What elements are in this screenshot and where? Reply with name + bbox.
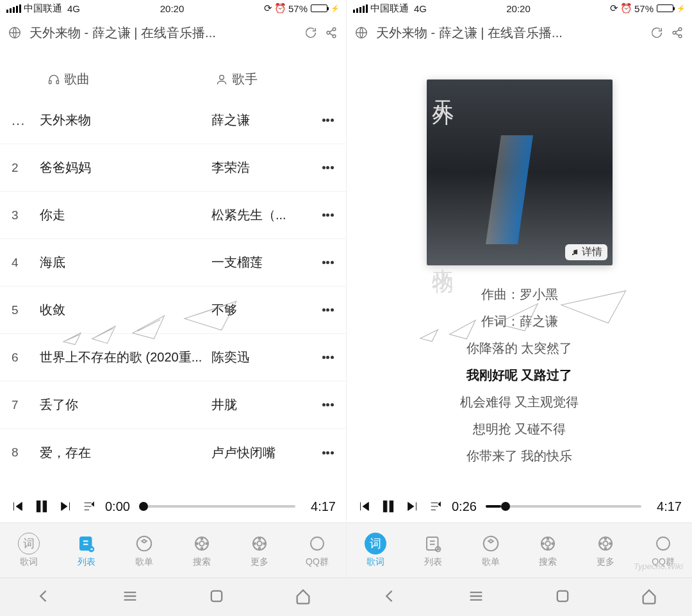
- song-index: 2: [12, 161, 40, 175]
- tab-lyrics[interactable]: 词歌词: [347, 523, 404, 578]
- svg-point-2: [327, 31, 330, 35]
- svg-point-29: [575, 253, 577, 254]
- status-bar: 中国联通 4G 20:20 ⟳ ⏰ 57% ⚡: [0, 0, 346, 17]
- tab-lyrics[interactable]: 词歌词: [0, 523, 58, 578]
- back-button[interactable]: [35, 587, 53, 608]
- song-row[interactable]: 4海底一支榴莲: [0, 239, 346, 287]
- lyrics-panel[interactable]: 作曲：罗小黑作词：薛之谦你降落的 太突然了我刚好呢 又路过了机会难得 又主观觉得…: [347, 265, 692, 469]
- svg-point-45: [600, 543, 602, 545]
- svg-point-43: [605, 538, 607, 540]
- svg-point-26: [673, 31, 676, 35]
- svg-point-22: [254, 543, 256, 545]
- svg-point-14: [201, 538, 203, 540]
- song-more-button[interactable]: [322, 307, 334, 313]
- back-button-2[interactable]: [381, 587, 399, 608]
- network-label: 4G: [67, 3, 80, 14]
- rotation-lock-icon: ⟳: [264, 3, 272, 14]
- svg-point-38: [547, 547, 549, 549]
- tab-qq[interactable]: QQ群: [288, 523, 346, 578]
- song-row[interactable]: 7丢了你井胧: [0, 381, 346, 429]
- home-button-2[interactable]: [640, 587, 658, 608]
- svg-point-44: [605, 547, 607, 549]
- prev-button[interactable]: [10, 499, 24, 513]
- song-more-button[interactable]: [322, 260, 334, 265]
- seek-bar[interactable]: [486, 505, 641, 508]
- reload-button[interactable]: [304, 26, 318, 40]
- tab-label: 列表: [78, 556, 95, 568]
- tabs-button[interactable]: [208, 587, 226, 608]
- reload-button[interactable]: [650, 26, 664, 40]
- song-row[interactable]: 5收敛不够: [0, 287, 346, 334]
- menu-button-2[interactable]: [467, 587, 485, 608]
- song-artist: 井胧: [211, 396, 322, 413]
- pause-button[interactable]: [33, 498, 50, 515]
- svg-point-37: [547, 538, 549, 540]
- tab-label: 歌单: [135, 556, 153, 568]
- album-detail-button[interactable]: 详情: [565, 244, 607, 260]
- song-row[interactable]: ...天外来物薛之谦: [0, 97, 346, 144]
- tab-more[interactable]: 更多: [577, 523, 634, 578]
- tab-search[interactable]: 搜索: [519, 523, 577, 578]
- tab-list[interactable]: 列表: [404, 523, 462, 578]
- svg-point-17: [206, 543, 208, 545]
- svg-rect-5: [56, 80, 58, 83]
- song-more-button[interactable]: [322, 354, 334, 360]
- song-row[interactable]: 2爸爸妈妈李荣浩: [0, 144, 346, 192]
- song-index: 3: [12, 208, 40, 222]
- home-button[interactable]: [294, 587, 312, 608]
- song-more-button[interactable]: [322, 165, 334, 171]
- tab-album[interactable]: 歌单: [462, 523, 520, 578]
- tab-album[interactable]: 歌单: [115, 523, 173, 578]
- tab-list[interactable]: 列表: [58, 523, 115, 578]
- prev-button[interactable]: [357, 499, 371, 513]
- song-artist: 一支榴莲: [211, 254, 322, 271]
- svg-rect-4: [49, 80, 51, 83]
- person-icon: [215, 73, 228, 86]
- signal-icon: [353, 4, 368, 13]
- tabs-button-2[interactable]: [554, 587, 572, 608]
- seek-bar[interactable]: [139, 505, 295, 508]
- song-row[interactable]: 8爱，存在卢卢快闭嘴: [0, 429, 346, 476]
- svg-point-1: [333, 28, 336, 31]
- song-row[interactable]: 6世界上不存在的歌 (2020重...陈奕迅: [0, 334, 346, 381]
- list-header: 歌曲 歌手: [0, 49, 346, 97]
- browser-title-bar: 天外来物 - 薛之谦 | 在线音乐播...: [0, 17, 346, 49]
- charging-icon: ⚡: [331, 4, 340, 13]
- svg-rect-8: [43, 501, 46, 512]
- play-mode-button[interactable]: [82, 499, 96, 513]
- charging-icon: ⚡: [677, 4, 686, 13]
- pause-button[interactable]: [380, 498, 397, 515]
- svg-point-23: [263, 543, 265, 545]
- battery-icon: [657, 4, 673, 12]
- svg-rect-7: [37, 501, 40, 512]
- next-button[interactable]: [406, 499, 420, 513]
- svg-point-21: [259, 547, 261, 549]
- tab-label: QQ群: [306, 556, 329, 568]
- next-button[interactable]: [59, 499, 73, 513]
- album-art[interactable]: 天外 來物 详情: [427, 79, 613, 265]
- tab-label: 搜索: [193, 556, 211, 568]
- song-name: 天外来物: [40, 112, 211, 129]
- alarm-icon: ⏰: [620, 3, 632, 14]
- song-row[interactable]: 3你走松紧先生（...: [0, 192, 346, 239]
- play-mode-button[interactable]: [429, 499, 443, 513]
- share-button[interactable]: [324, 26, 338, 40]
- svg-point-3: [333, 35, 336, 38]
- song-more-button[interactable]: [322, 212, 334, 218]
- tab-search[interactable]: 搜索: [173, 523, 231, 578]
- svg-point-28: [572, 253, 573, 254]
- tab-label: 搜索: [539, 556, 557, 568]
- song-more-button[interactable]: [322, 402, 334, 408]
- tab-label: 列表: [424, 556, 442, 568]
- status-bar: 中国联通 4G 20:20 ⟳ ⏰ 57% ⚡: [347, 0, 692, 17]
- lyric-line: 我刚好呢 又路过了: [359, 362, 679, 388]
- duration-label: 4:17: [311, 499, 336, 514]
- song-more-button[interactable]: [322, 117, 334, 123]
- song-more-button[interactable]: [322, 450, 334, 456]
- share-button[interactable]: [670, 26, 684, 40]
- lyricist-label: 作词：薛之谦: [359, 308, 679, 335]
- menu-button[interactable]: [121, 587, 139, 608]
- signal-icon: [6, 4, 21, 13]
- tab-more[interactable]: 更多: [231, 523, 288, 578]
- song-artist: 松紧先生（...: [211, 206, 322, 224]
